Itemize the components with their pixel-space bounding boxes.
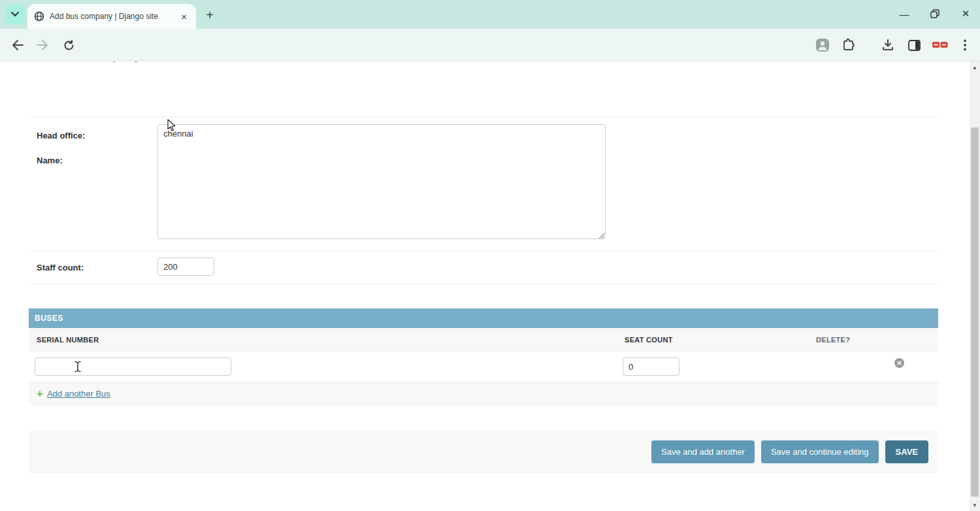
head-office-label: Head office: xyxy=(37,131,85,140)
inline-delete-icon[interactable]: ✕ xyxy=(894,358,904,368)
downloads-button[interactable] xyxy=(879,29,896,61)
forward-button[interactable] xyxy=(34,29,51,61)
browser-menu-button[interactable] xyxy=(958,29,972,61)
back-button[interactable] xyxy=(9,29,26,61)
head-office-textarea[interactable]: chennai xyxy=(157,124,606,239)
chevron-down-icon xyxy=(11,12,19,17)
column-header-serial-number: SERIAL NUMBER xyxy=(37,328,99,352)
serial-number-input[interactable] xyxy=(35,357,231,376)
extensions-button[interactable] xyxy=(840,29,857,61)
three-dot-menu-icon xyxy=(964,39,966,51)
browser-tab-active[interactable]: Add bus company | Django site × xyxy=(27,4,196,29)
staff-count-label: Staff count: xyxy=(37,263,84,272)
save-and-continue-editing-button[interactable]: Save and continue editing xyxy=(761,440,879,463)
vertical-scrollbar[interactable]: ▲ ▼ xyxy=(970,61,980,511)
save-button[interactable]: SAVE xyxy=(885,440,928,463)
add-icon: + xyxy=(37,388,43,399)
download-icon xyxy=(882,39,894,51)
window-close-button[interactable]: ✕ xyxy=(958,8,973,20)
globe-favicon-icon xyxy=(34,11,44,22)
row-divider xyxy=(29,251,938,252)
back-arrow-icon xyxy=(12,40,24,50)
page-content: Add bus company Name: Head office: chenn… xyxy=(0,61,970,511)
seat-count-input[interactable] xyxy=(623,357,679,376)
reload-button[interactable] xyxy=(60,29,77,61)
submit-row: Save and add another Save and continue e… xyxy=(29,430,938,473)
inline-section-header: BUSES xyxy=(29,308,938,328)
tab-search-button[interactable] xyxy=(5,5,25,24)
page-title: Add bus company xyxy=(37,61,141,63)
column-header-seat-count: SEAT COUNT xyxy=(625,328,673,352)
extensions-puzzle-icon xyxy=(842,39,855,52)
side-panel-button[interactable] xyxy=(906,29,923,61)
tab-title: Add bus company | Django site xyxy=(50,12,158,21)
add-row: + Add another Bus xyxy=(29,382,938,405)
window-controls: — ✕ xyxy=(896,4,973,24)
row-divider xyxy=(29,116,938,117)
extension-badge-button[interactable] xyxy=(930,29,950,61)
profile-button[interactable] xyxy=(814,29,831,61)
name-label: Name: xyxy=(37,156,63,165)
browser-tab-strip: Add bus company | Django site × + — ✕ xyxy=(0,0,980,29)
inline-table-header-row: SERIAL NUMBER SEAT COUNT DELETE? xyxy=(29,328,938,352)
save-and-add-another-button[interactable]: Save and add another xyxy=(651,440,755,463)
forward-arrow-icon xyxy=(37,40,48,50)
add-another-bus-link[interactable]: Add another Bus xyxy=(47,389,110,399)
window-minimize-button[interactable]: — xyxy=(896,8,912,20)
profile-icon xyxy=(815,38,830,52)
side-panel-icon xyxy=(908,40,921,51)
scrollbar-down-icon[interactable]: ▼ xyxy=(970,501,980,510)
row-divider xyxy=(29,284,938,284)
window-restore-button[interactable] xyxy=(930,9,939,18)
reload-icon xyxy=(63,40,74,51)
staff-count-input[interactable] xyxy=(157,257,214,276)
scrollbar-thumb[interactable] xyxy=(971,127,979,497)
column-header-delete: DELETE? xyxy=(816,328,850,352)
recorder-extension-icon xyxy=(932,41,948,50)
tab-close-icon[interactable]: × xyxy=(178,10,189,23)
scrollbar-up-icon[interactable]: ▲ xyxy=(970,63,980,72)
browser-toolbar: 127.0.0.1:8000/admin/buses/buscompany/ad… xyxy=(0,29,980,61)
new-tab-button[interactable]: + xyxy=(201,7,218,24)
